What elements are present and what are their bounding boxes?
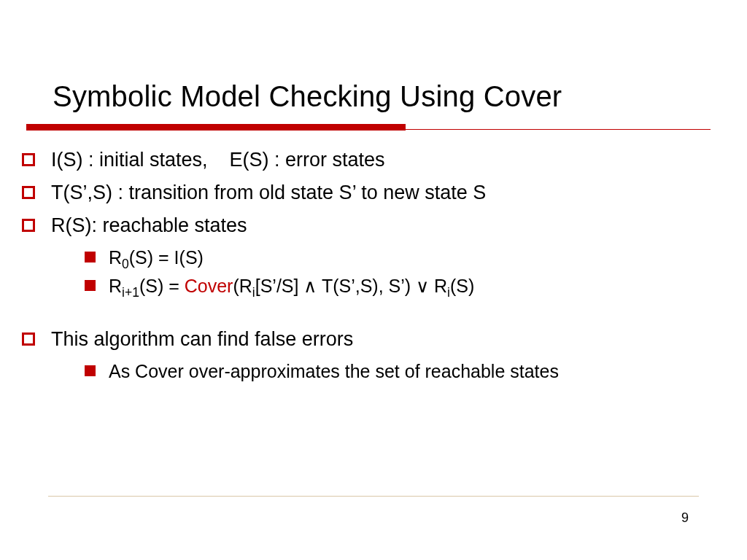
footer-divider (48, 496, 699, 497)
sub-bullet-text: Ri+1(S) = Cover(Ri[S’/S] ∧ T(S’,S), S’) … (109, 273, 703, 299)
hollow-square-icon (22, 153, 35, 166)
text-fragment: (S) = (139, 276, 185, 296)
page-number: 9 (681, 510, 689, 526)
divider-thick (26, 124, 406, 131)
slide-body: I(S) : initial states, E(S) : error stat… (22, 146, 703, 386)
bullet-text: R(S): reachable states (51, 211, 703, 240)
filled-square-icon (85, 252, 96, 262)
text-fragment: (S) (450, 276, 474, 296)
text-fragment: R (109, 247, 122, 268)
spacer (22, 300, 703, 325)
sub-bullet-text: As Cover over-approximates the set of re… (109, 358, 703, 384)
text-fragment: R (429, 276, 447, 296)
bullet-text: This algorithm can find false errors (51, 325, 703, 354)
bullet-item: R(S): reachable states (22, 211, 703, 240)
text-fragment: [S’/S] (255, 276, 304, 296)
filled-square-icon (85, 280, 96, 291)
subscript: 0 (122, 257, 129, 271)
text-fragment: T(S’,S), S’) (317, 276, 416, 296)
slide: Symbolic Model Checking Using Cover I(S)… (0, 0, 747, 560)
bullet-item: I(S) : initial states, E(S) : error stat… (22, 146, 703, 174)
bullet-item: This algorithm can find false errors (22, 325, 703, 354)
and-symbol: ∧ (303, 276, 317, 296)
text-fragment: R (109, 276, 122, 296)
slide-title: Symbolic Model Checking Using Cover (53, 80, 562, 113)
sub-bullet-item: Ri+1(S) = Cover(Ri[S’/S] ∧ T(S’,S), S’) … (85, 273, 703, 299)
title-divider (26, 124, 711, 131)
filled-square-icon (85, 365, 96, 376)
sub-bullet-text: R0(S) = I(S) (109, 244, 703, 271)
text-fragment: (R (233, 276, 252, 296)
sub-bullet-item: As Cover over-approximates the set of re… (85, 358, 703, 384)
bullet-text: T(S’,S) : transition from old state S’ t… (51, 179, 703, 207)
hollow-square-icon (22, 186, 35, 199)
cover-keyword: Cover (185, 276, 233, 296)
hollow-square-icon (22, 332, 35, 346)
or-symbol: ∨ (416, 276, 429, 296)
bullet-item: T(S’,S) : transition from old state S’ t… (22, 179, 703, 207)
subscript: i+1 (122, 285, 139, 300)
bullet-text: I(S) : initial states, E(S) : error stat… (51, 146, 703, 174)
text-fragment: (S) = I(S) (129, 247, 204, 268)
hollow-square-icon (22, 219, 35, 232)
sub-bullet-item: R0(S) = I(S) (85, 244, 703, 271)
